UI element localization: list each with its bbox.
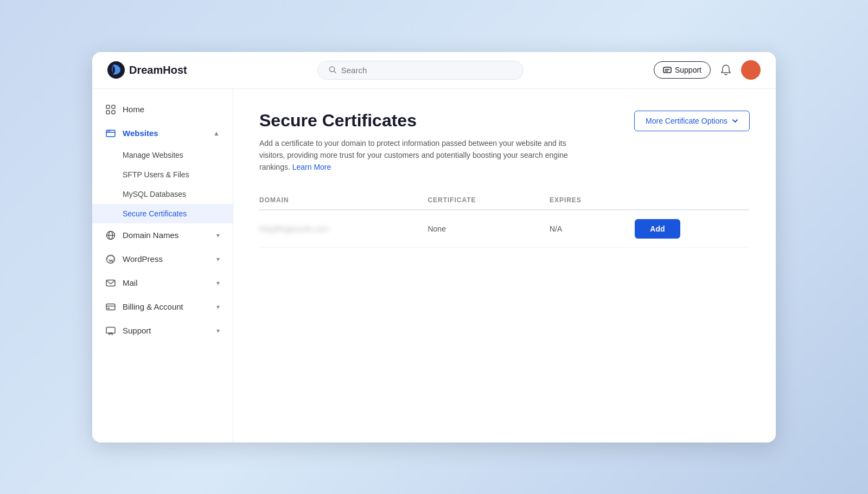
mail-chevron: ▾: [216, 279, 220, 287]
svg-rect-15: [106, 304, 115, 310]
sidebar-item-wordpress[interactable]: WordPress ▾: [92, 247, 233, 271]
table-row: thegiftingpuzzle.com None N/A Add: [259, 210, 750, 248]
svg-rect-4: [106, 105, 110, 108]
sidebar-support-label: Support: [123, 326, 151, 335]
col-domain: DOMAIN: [259, 191, 427, 210]
sidebar-wordpress-label: WordPress: [123, 254, 163, 264]
page-title-section: Secure Certificates Add a certificate to…: [259, 111, 574, 174]
domain-value: thegiftingpuzzle.com: [259, 224, 329, 233]
sidebar-item-billing[interactable]: Billing & Account ▾: [92, 295, 233, 319]
websites-chevron: ▲: [213, 130, 220, 137]
logo-icon: [107, 61, 125, 79]
sidebar: Home Websites ▲ Manage Websites: [92, 89, 233, 442]
col-action: [635, 191, 750, 210]
globe-icon: [105, 230, 116, 241]
svg-rect-17: [106, 327, 115, 333]
svg-rect-3: [663, 67, 671, 73]
support-icon: [663, 66, 672, 74]
sidebar-item-mail[interactable]: Mail ▾: [92, 271, 233, 295]
svg-rect-7: [112, 111, 115, 114]
sidebar-domain-label: Domain Names: [123, 230, 178, 240]
add-certificate-button[interactable]: Add: [635, 219, 680, 239]
support-button[interactable]: Support: [654, 61, 711, 79]
sidebar-websites-label: Websites: [123, 129, 158, 138]
domain-chevron: ▾: [216, 232, 220, 239]
certificates-table: DOMAIN CERTIFICATE EXPIRES thegiftingpuz…: [259, 191, 750, 248]
expires-cell: N/A: [550, 210, 635, 248]
page-description: Add a certificate to your domain to prot…: [259, 137, 574, 174]
more-certificate-options-button[interactable]: More Certificate Options: [634, 111, 750, 131]
main-layout: Home Websites ▲ Manage Websites: [92, 89, 776, 442]
sidebar-item-sftp[interactable]: SFTP Users & Files: [92, 165, 233, 184]
sidebar-item-domain-names[interactable]: Domain Names ▾: [92, 223, 233, 247]
sidebar-mail-label: Mail: [123, 278, 138, 287]
svg-rect-5: [112, 105, 115, 108]
sidebar-billing-label: Billing & Account: [123, 302, 183, 311]
search-box[interactable]: [317, 61, 524, 80]
col-expires: EXPIRES: [550, 191, 635, 210]
sidebar-item-websites[interactable]: Websites ▲: [92, 121, 233, 145]
support-sidebar-icon: [105, 325, 116, 336]
mail-icon: [105, 278, 116, 288]
logo-text: DreamHost: [129, 64, 187, 76]
logo[interactable]: DreamHost: [107, 61, 187, 79]
browser-window: DreamHost Support: [92, 52, 776, 442]
page-title: Secure Certificates: [259, 111, 574, 131]
dropdown-chevron-icon: [732, 118, 738, 124]
home-icon: [105, 104, 116, 115]
svg-point-10: [109, 131, 110, 132]
sidebar-item-home[interactable]: Home: [92, 98, 233, 121]
wordpress-chevron: ▾: [216, 255, 220, 263]
notifications-bell[interactable]: [719, 63, 732, 76]
search-icon: [329, 66, 337, 74]
action-cell: Add: [635, 210, 750, 248]
sidebar-home-label: Home: [123, 105, 144, 114]
websites-submenu: Manage Websites SFTP Users & Files MySQL…: [92, 145, 233, 223]
sidebar-item-mysql[interactable]: MySQL Databases: [92, 184, 233, 204]
credit-card-icon: [105, 301, 116, 312]
main-content: Secure Certificates Add a certificate to…: [233, 89, 776, 442]
search-area: [209, 61, 632, 80]
domain-cell: thegiftingpuzzle.com: [259, 210, 427, 248]
header: DreamHost Support: [92, 52, 776, 89]
svg-point-9: [107, 131, 108, 132]
sidebar-item-support[interactable]: Support ▾: [92, 319, 233, 343]
websites-icon: [105, 128, 116, 139]
svg-point-13: [107, 255, 115, 263]
col-certificate: CERTIFICATE: [427, 191, 550, 210]
certificate-cell: None: [427, 210, 550, 248]
user-avatar[interactable]: [741, 60, 761, 80]
svg-rect-16: [107, 307, 110, 309]
sidebar-item-secure-certificates[interactable]: Secure Certificates: [92, 204, 233, 223]
sidebar-item-manage-websites[interactable]: Manage Websites: [92, 145, 233, 165]
svg-line-2: [334, 71, 336, 73]
header-actions: Support: [654, 60, 761, 80]
search-input[interactable]: [341, 66, 512, 75]
wordpress-icon: [105, 254, 116, 265]
support-chevron: ▾: [216, 327, 220, 335]
billing-chevron: ▾: [216, 303, 220, 311]
page-header: Secure Certificates Add a certificate to…: [259, 111, 750, 174]
svg-rect-6: [106, 111, 110, 114]
learn-more-link[interactable]: Learn More: [292, 163, 331, 171]
